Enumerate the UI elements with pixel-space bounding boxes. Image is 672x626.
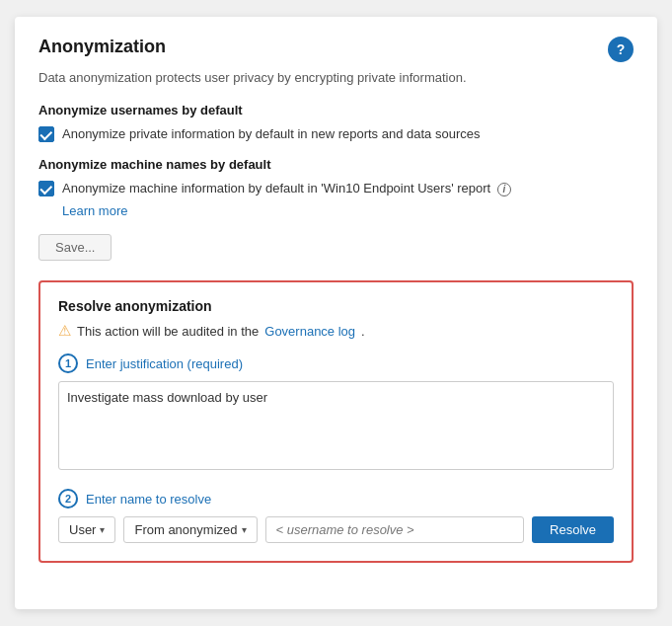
checkbox-machines-label: Anonymize machine information by default… [62,180,511,197]
username-input[interactable] [265,516,525,543]
section-machines: Anonymize machine names by default Anony… [38,157,634,218]
user-type-dropdown[interactable]: User ▾ [58,516,115,543]
direction-dropdown[interactable]: From anonymized ▾ [123,516,257,543]
direction-label: From anonymized [134,522,237,537]
resolve-controls: User ▾ From anonymized ▾ Resolve [58,516,614,543]
step1-text: Enter justification (required) [86,356,243,371]
resolve-section: Resolve anonymization ⚠ This action will… [38,280,634,563]
save-button[interactable]: Save... [38,234,112,261]
help-icon[interactable]: ? [608,37,634,62]
page-title: Anonymization [38,37,166,57]
description-text: Data anonymization protects user privacy… [38,70,634,85]
chevron-down-icon-2: ▾ [242,524,247,535]
resolve-title: Resolve anonymization [58,298,614,314]
justification-textarea[interactable]: Investigate mass download by user [58,381,614,470]
checkbox-row-usernames: Anonymize private information by default… [38,125,634,143]
audit-notice: ⚠ This action will be audited in the Gov… [58,322,614,340]
checkbox-usernames[interactable] [38,126,54,142]
step1-label: 1 Enter justification (required) [58,353,614,373]
audit-text-after: . [361,324,365,339]
section-usernames: Anonymize usernames by default Anonymize… [38,103,634,143]
section-usernames-title: Anonymize usernames by default [38,103,634,117]
anonymization-panel: Anonymization ? Data anonymization prote… [15,17,657,609]
governance-log-link[interactable]: Governance log [264,324,355,339]
user-type-label: User [69,522,96,537]
audit-text-before: This action will be audited in the [77,324,259,339]
checkbox-usernames-label: Anonymize private information by default… [62,125,480,143]
checkbox-row-machines: Anonymize machine information by default… [38,180,634,197]
panel-header: Anonymization ? [38,37,634,62]
warning-icon: ⚠ [58,322,71,340]
resolve-button[interactable]: Resolve [532,516,614,543]
step2-circle: 2 [58,489,78,509]
step2-text: Enter name to resolve [86,492,211,507]
step2-label: 2 Enter name to resolve [58,489,614,509]
checkbox-machines[interactable] [38,181,54,196]
info-icon[interactable]: i [497,183,511,196]
learn-more-link[interactable]: Learn more [62,203,634,218]
section-machines-title: Anonymize machine names by default [38,157,634,172]
chevron-down-icon: ▾ [100,524,105,535]
step1-circle: 1 [58,353,78,373]
